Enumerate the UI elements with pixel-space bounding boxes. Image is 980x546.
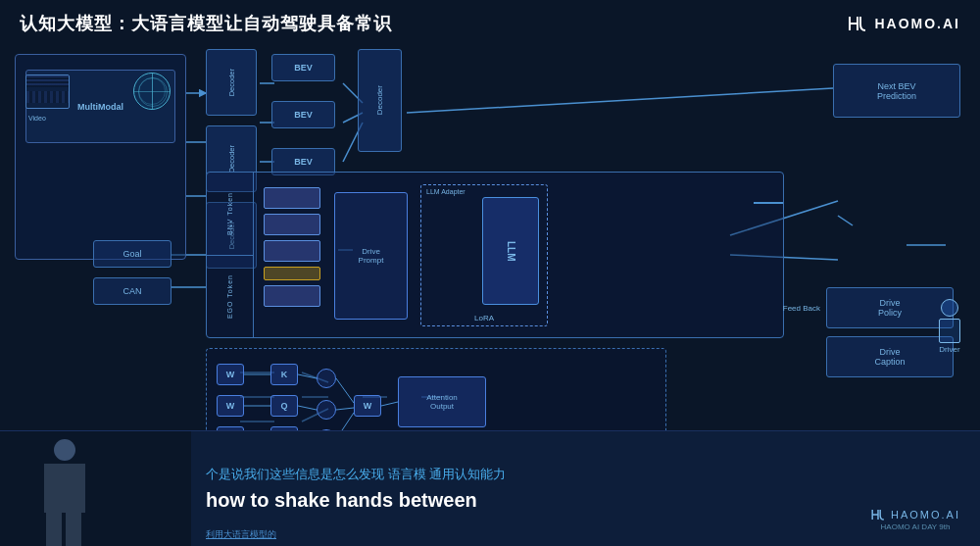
decoder-2-label: Decoder [227, 145, 236, 173]
can-box: CAN [93, 277, 172, 305]
attn-circle-2 [317, 400, 336, 420]
page-title: 认知大模型：大语言模型让自动驾驶具备常识 [20, 12, 392, 35]
q-box: Q [270, 395, 298, 417]
w-4-label: W [364, 401, 372, 411]
video-block: Video [25, 74, 70, 109]
ego-token: EGO Token [207, 255, 254, 337]
bar-1 [264, 187, 320, 209]
feedback-label: Feed Back [783, 304, 820, 313]
logo-area: HAOMO.AI [847, 13, 960, 34]
bev-3-label: BEV [294, 157, 313, 167]
ego-token-label: EGO Token [226, 274, 233, 319]
bottom-text-area: 个是说我们这些信息是怎么发现 语言模 通用认知能力 how to shake h… [191, 458, 980, 520]
bar-2 [264, 214, 320, 235]
bnv-token-label: BNV Token [226, 192, 233, 235]
llm-section: BNV Token EGO Token DrivePrompt LLM Adap… [206, 172, 784, 338]
llm-label: LLM [506, 241, 516, 262]
haomo-logo-icon [847, 13, 868, 34]
bottom-logo: HAOMO.AI HAOMO AI DAY 9th [870, 507, 960, 531]
driver-label: Driver [939, 345, 959, 354]
bar-5 [264, 285, 320, 307]
drive-prompt-label: DrivePrompt [359, 247, 384, 265]
bottom-logo-sub: HAOMO AI DAY 9th [881, 522, 951, 531]
decoder-1: Decoder [206, 49, 257, 116]
speaker-leg-l [46, 513, 62, 547]
decoder-1-label: Decoder [227, 69, 236, 96]
speaker-leg-r [66, 513, 81, 547]
can-label: CAN [122, 286, 141, 296]
chinese-subtitle: 个是说我们这些信息是怎么发现 语言模 通用认知能力 [206, 466, 965, 483]
drive-caption-box: DriveCaption [826, 336, 954, 377]
svg-line-31 [336, 378, 354, 403]
speaker-body [44, 464, 85, 513]
chinese-text: 个是说我们这些信息是怎么发现 语言模 [206, 467, 426, 481]
w-1-label: W [226, 370, 235, 379]
bottom-logo-text: HAOMO.AI [891, 509, 960, 521]
bottom-section: 个是说我们这些信息是怎么发现 语言模 通用认知能力 how to shake h… [0, 430, 980, 546]
driver-icon [941, 299, 958, 317]
attn-circle-1 [317, 369, 336, 388]
goal-label: Goal [122, 249, 141, 259]
svg-line-9 [407, 88, 833, 113]
video-label: Video [28, 115, 46, 122]
bev-column: BEV BEV BEV [271, 54, 335, 175]
encoder-box: MultiModal Video [15, 54, 186, 260]
bottom-logo-brand: HAOMO.AI [870, 507, 960, 522]
globe-icon [133, 73, 171, 110]
arrow-to-outputs [754, 202, 783, 204]
speaker-figure [24, 434, 103, 547]
w-2-label: W [226, 401, 235, 411]
bev-1: BEV [271, 54, 335, 81]
llm-box: LLM [482, 197, 539, 305]
llm-adapter-label: LLM Adapter [426, 188, 466, 195]
chinese-colored-text: 通用认知能力 [429, 467, 506, 481]
lora-label: LoRA [474, 314, 494, 323]
svg-line-32 [336, 408, 354, 410]
drive-policy-label: DrivePolicy [878, 298, 902, 318]
next-bev-label: Next BEVPrediction [877, 81, 916, 101]
stack-bars [264, 187, 320, 307]
logo-text: HAOMO.AI [874, 16, 960, 31]
speaker-area [0, 431, 191, 547]
drive-caption-label: DriveCaption [874, 347, 905, 367]
bottom-link[interactable]: 利用大语言模型的 [206, 528, 276, 541]
w-box-1: W [217, 364, 244, 385]
w-box-4: W [354, 395, 381, 417]
svg-line-29 [298, 406, 317, 410]
english-subtitle: how to shake hands between [206, 489, 965, 512]
q-label: Q [280, 401, 287, 411]
bnv-token: BNV Token [207, 173, 254, 255]
next-bev-box: Next BEVPrediction [833, 64, 960, 118]
multimodal-label: MultiModal [77, 102, 123, 112]
drive-policy-box: DrivePolicy [826, 287, 954, 328]
attention-output-box: AttentionOutput [398, 376, 486, 427]
w-box-2: W [217, 395, 244, 417]
k-box: K [270, 364, 298, 385]
diagram-area: MultiModal Video Decoder Decoder Decoder [15, 44, 965, 428]
header: 认知大模型：大语言模型让自动驾驶具备常识 HAOMO.AI [20, 12, 960, 35]
goal-box: Goal [93, 240, 172, 268]
bar-yellow [264, 267, 320, 280]
final-decoder: Decoder [358, 49, 402, 152]
final-decoder-label: Decoder [375, 85, 384, 115]
svg-line-12 [838, 216, 853, 225]
llm-adapter-section: LLM Adapter LLM LoRA [420, 184, 548, 326]
driver-area: Driver [939, 299, 960, 354]
bev-2-label: BEV [294, 110, 313, 120]
svg-line-28 [298, 374, 317, 378]
svg-line-34 [381, 402, 398, 406]
haomo-bottom-icon [870, 507, 886, 522]
attention-output-label: AttentionOutput [426, 393, 458, 411]
bev-1-label: BEV [294, 63, 313, 73]
speaker-head [54, 439, 75, 461]
bar-3 [264, 240, 320, 262]
drive-prompt-box: DrivePrompt [334, 192, 408, 320]
k-label: K [281, 370, 288, 379]
driver-body [939, 319, 960, 343]
bev-2: BEV [271, 101, 335, 128]
